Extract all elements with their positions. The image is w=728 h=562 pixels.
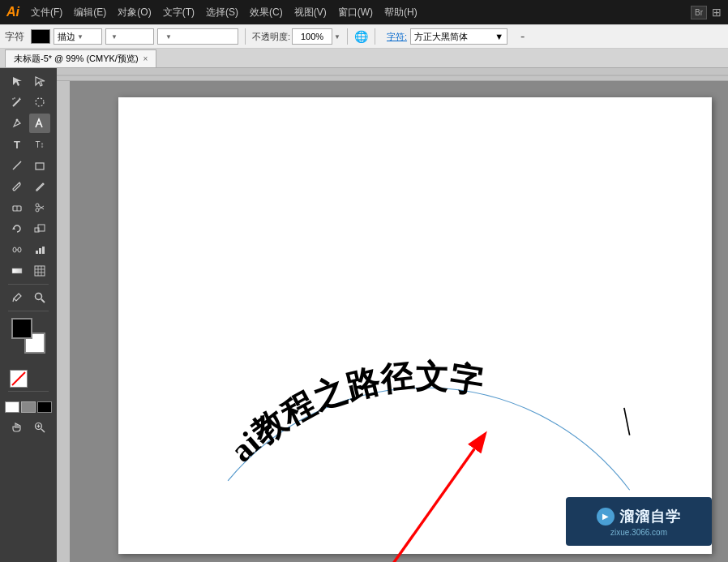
- title-right-icons: Br ⊞: [691, 6, 722, 19]
- artboard-container[interactable]: ai教程之路径文字: [70, 81, 728, 562]
- pencil-tool[interactable]: [29, 177, 50, 196]
- tool-row-10: [6, 261, 50, 281]
- font-family-dropdown[interactable]: 方正大黑简体 ▼: [410, 28, 507, 45]
- opacity-value[interactable]: 100%: [292, 28, 332, 45]
- control-bar: 字符 描边 ▼ ▼ ▼ 不透明度: 100% ▼ 🌐 字符: 方正大黑简体 ▼ …: [0, 24, 728, 49]
- path-text-tool[interactable]: [29, 114, 50, 133]
- menu-select[interactable]: 选择(S): [201, 4, 243, 21]
- path-text: ai教程之路径文字: [223, 358, 486, 470]
- blend-tool[interactable]: [6, 240, 28, 260]
- svg-rect-24: [12, 268, 22, 273]
- char-label: 字符: [5, 30, 24, 44]
- char-settings-link[interactable]: 字符:: [387, 31, 407, 43]
- font-family-arrow: ▼: [495, 32, 503, 41]
- svg-rect-21: [36, 251, 38, 254]
- stroke-dropdown-arrow: ▼: [77, 33, 84, 41]
- minus-icon[interactable]: -: [520, 29, 525, 44]
- color-tools: [8, 318, 49, 354]
- tool-row-6: [6, 177, 50, 196]
- chart-tool[interactable]: [29, 240, 50, 260]
- line-tool[interactable]: [6, 156, 28, 175]
- gradient-tool[interactable]: [6, 261, 28, 281]
- menu-text[interactable]: 文字(T): [158, 4, 199, 21]
- select-tool[interactable]: [6, 71, 28, 91]
- foreground-color[interactable]: [11, 318, 32, 339]
- canvas-area: ai教程之路径文字: [57, 68, 728, 562]
- fullscreen-view-btn[interactable]: [37, 401, 52, 413]
- svg-point-4: [36, 98, 44, 106]
- svg-line-35: [41, 429, 45, 432]
- divider-3: [375, 28, 375, 45]
- view-mode-row: [5, 401, 52, 413]
- svg-rect-25: [35, 266, 45, 276]
- svg-rect-40: [57, 81, 70, 562]
- tool-row-4: T T↕: [6, 135, 50, 154]
- normal-view-btn[interactable]: [5, 401, 19, 413]
- eyedropper-tool[interactable]: [6, 288, 28, 307]
- app-logo: Ai: [6, 5, 19, 19]
- tab-bar: 未标题-5* @ 99% (CMYK/预览) ×: [0, 49, 728, 68]
- divider-2: [347, 28, 348, 45]
- menu-view[interactable]: 视图(V): [289, 4, 332, 21]
- svg-point-31: [36, 294, 42, 300]
- scissors-tool[interactable]: [29, 198, 50, 217]
- svg-rect-22: [39, 248, 41, 254]
- menu-window[interactable]: 窗口(W): [333, 4, 378, 21]
- style-dropdown[interactable]: ▼: [157, 28, 238, 45]
- stroke-width-dropdown[interactable]: ▼: [105, 28, 154, 45]
- zoom-in-tool[interactable]: [29, 418, 50, 437]
- outline-view-btn[interactable]: [21, 401, 36, 413]
- menu-help[interactable]: 帮助(H): [379, 4, 422, 21]
- vertical-type-tool[interactable]: T↕: [29, 135, 50, 154]
- tab-close-button[interactable]: ×: [143, 54, 148, 63]
- svg-marker-1: [19, 97, 21, 100]
- magic-wand-tool[interactable]: [6, 92, 28, 112]
- svg-line-30: [13, 298, 14, 302]
- pen-tool[interactable]: [6, 114, 28, 133]
- rotate-tool[interactable]: [6, 219, 28, 238]
- stroke-color-swatch[interactable]: [31, 29, 50, 44]
- title-bar: Ai 文件(F) 编辑(E) 对象(O) 文字(T) 选择(S) 效果(C) 视…: [0, 0, 728, 24]
- svg-line-33: [12, 372, 25, 385]
- watermark-play-icon: ▶: [597, 508, 615, 526]
- menu-bar: 文件(F) 编辑(E) 对象(O) 文字(T) 选择(S) 效果(C) 视图(V…: [26, 4, 684, 21]
- bridge-icon[interactable]: Br: [691, 6, 707, 19]
- tool-row-3: [6, 114, 50, 133]
- svg-line-7: [13, 161, 21, 169]
- mesh-tool[interactable]: [29, 261, 50, 281]
- no-color-swatch[interactable]: [10, 370, 28, 388]
- zoom-tool[interactable]: [29, 288, 50, 307]
- vertical-ruler: [57, 81, 70, 562]
- hand-tool[interactable]: [6, 418, 28, 437]
- scale-tool[interactable]: [29, 219, 50, 238]
- menu-object[interactable]: 对象(O): [113, 4, 156, 21]
- tool-row-8: [6, 219, 50, 238]
- document-tab[interactable]: 未标题-5* @ 99% (CMYK/预览) ×: [5, 49, 156, 67]
- direct-select-tool[interactable]: [29, 71, 50, 91]
- svg-rect-8: [36, 163, 44, 169]
- horizontal-ruler: [57, 68, 728, 81]
- eraser-tool[interactable]: [6, 198, 28, 217]
- lasso-tool[interactable]: [29, 92, 50, 112]
- watermark-top: ▶ 溜溜自学: [597, 507, 681, 526]
- toolbar-separator-1: [8, 284, 49, 285]
- web-icon[interactable]: 🌐: [354, 30, 368, 43]
- toolbar-separator-3: [8, 391, 49, 392]
- toolbar: T T↕: [0, 68, 57, 562]
- type-tool[interactable]: T: [6, 135, 28, 154]
- tool-row-hand: [6, 418, 50, 437]
- artboard: ai教程之路径文字: [118, 97, 712, 554]
- rect-tool[interactable]: [29, 156, 50, 175]
- brush-tool[interactable]: [6, 177, 28, 196]
- opacity-arrow: ▼: [334, 33, 340, 41]
- menu-edit[interactable]: 编辑(E): [69, 4, 111, 21]
- stroke-style-dropdown[interactable]: 描边 ▼: [54, 28, 102, 45]
- menu-effect[interactable]: 效果(C): [245, 4, 288, 21]
- tab-title: 未标题-5* @ 99% (CMYK/预览): [14, 53, 139, 65]
- workspace-switcher-icon[interactable]: ⊞: [712, 6, 722, 19]
- main-area: T T↕: [0, 68, 728, 562]
- svg-point-11: [36, 204, 39, 207]
- svg-point-18: [13, 247, 16, 252]
- menu-file[interactable]: 文件(F): [26, 4, 67, 21]
- tool-row-5: [6, 156, 50, 175]
